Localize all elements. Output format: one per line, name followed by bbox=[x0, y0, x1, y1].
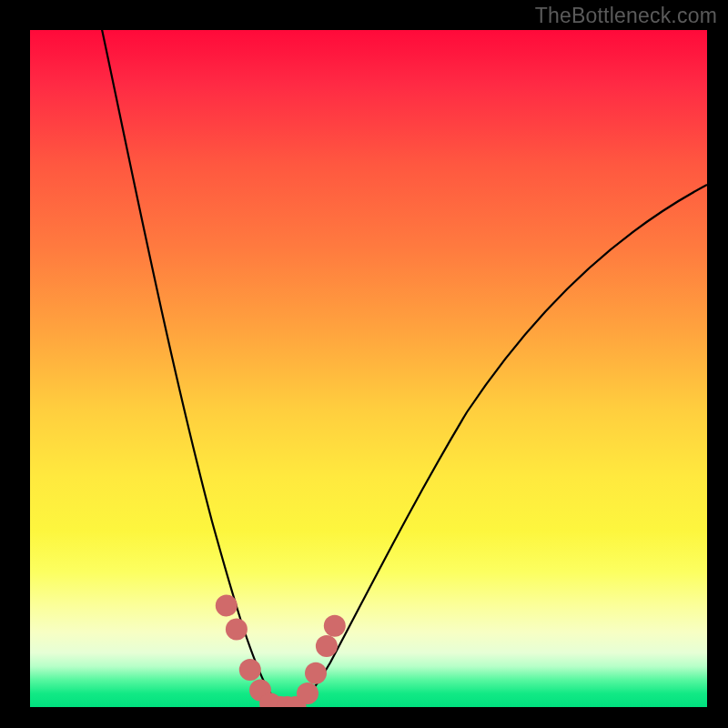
marker-dot bbox=[316, 635, 338, 657]
marker-dot bbox=[297, 682, 318, 704]
watermark-text: TheBottleneck.com bbox=[535, 4, 717, 28]
highlighted-points bbox=[216, 594, 346, 707]
bottleneck-curve bbox=[100, 30, 707, 707]
curve-left bbox=[100, 30, 288, 707]
chart-frame: TheBottleneck.com bbox=[0, 0, 728, 728]
marker-dot bbox=[239, 659, 261, 681]
plot-area bbox=[30, 30, 707, 707]
curve-right bbox=[288, 185, 707, 707]
marker-dot bbox=[216, 594, 238, 616]
curve-layer bbox=[30, 30, 707, 707]
marker-dot bbox=[305, 662, 327, 684]
marker-dot bbox=[324, 615, 346, 637]
marker-dot bbox=[226, 618, 248, 640]
